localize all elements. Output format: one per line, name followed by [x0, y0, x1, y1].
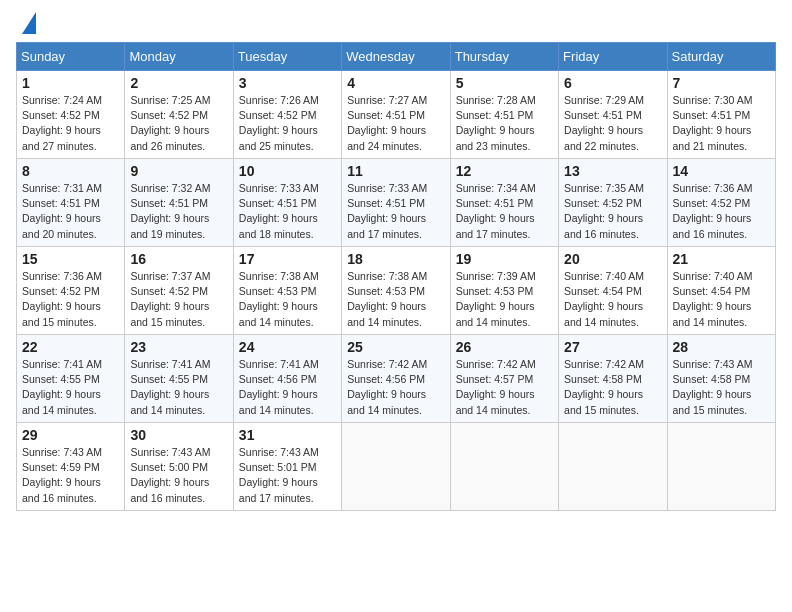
day-info: Sunrise: 7:40 AMSunset: 4:54 PMDaylight:…	[564, 269, 661, 330]
calendar-cell: 20Sunrise: 7:40 AMSunset: 4:54 PMDayligh…	[559, 247, 667, 335]
calendar-cell: 30Sunrise: 7:43 AMSunset: 5:00 PMDayligh…	[125, 423, 233, 511]
calendar-table: SundayMondayTuesdayWednesdayThursdayFrid…	[16, 42, 776, 511]
calendar-cell: 24Sunrise: 7:41 AMSunset: 4:56 PMDayligh…	[233, 335, 341, 423]
day-info: Sunrise: 7:43 AMSunset: 4:59 PMDaylight:…	[22, 445, 119, 506]
day-number: 27	[564, 339, 661, 355]
day-info: Sunrise: 7:27 AMSunset: 4:51 PMDaylight:…	[347, 93, 444, 154]
day-info: Sunrise: 7:43 AMSunset: 5:00 PMDaylight:…	[130, 445, 227, 506]
calendar-cell: 23Sunrise: 7:41 AMSunset: 4:55 PMDayligh…	[125, 335, 233, 423]
day-number: 31	[239, 427, 336, 443]
calendar-cell: 8Sunrise: 7:31 AMSunset: 4:51 PMDaylight…	[17, 159, 125, 247]
calendar-cell: 3Sunrise: 7:26 AMSunset: 4:52 PMDaylight…	[233, 71, 341, 159]
day-number: 13	[564, 163, 661, 179]
column-header-tuesday: Tuesday	[233, 43, 341, 71]
column-header-friday: Friday	[559, 43, 667, 71]
day-info: Sunrise: 7:41 AMSunset: 4:55 PMDaylight:…	[22, 357, 119, 418]
calendar-cell: 1Sunrise: 7:24 AMSunset: 4:52 PMDaylight…	[17, 71, 125, 159]
calendar-cell: 26Sunrise: 7:42 AMSunset: 4:57 PMDayligh…	[450, 335, 558, 423]
calendar-cell: 25Sunrise: 7:42 AMSunset: 4:56 PMDayligh…	[342, 335, 450, 423]
day-info: Sunrise: 7:31 AMSunset: 4:51 PMDaylight:…	[22, 181, 119, 242]
day-info: Sunrise: 7:24 AMSunset: 4:52 PMDaylight:…	[22, 93, 119, 154]
day-info: Sunrise: 7:40 AMSunset: 4:54 PMDaylight:…	[673, 269, 770, 330]
day-number: 12	[456, 163, 553, 179]
day-number: 29	[22, 427, 119, 443]
column-header-sunday: Sunday	[17, 43, 125, 71]
day-info: Sunrise: 7:41 AMSunset: 4:55 PMDaylight:…	[130, 357, 227, 418]
calendar-cell: 28Sunrise: 7:43 AMSunset: 4:58 PMDayligh…	[667, 335, 775, 423]
column-header-thursday: Thursday	[450, 43, 558, 71]
day-info: Sunrise: 7:38 AMSunset: 4:53 PMDaylight:…	[347, 269, 444, 330]
day-number: 21	[673, 251, 770, 267]
calendar-cell	[667, 423, 775, 511]
day-info: Sunrise: 7:35 AMSunset: 4:52 PMDaylight:…	[564, 181, 661, 242]
calendar-cell: 11Sunrise: 7:33 AMSunset: 4:51 PMDayligh…	[342, 159, 450, 247]
page-header	[16, 16, 776, 34]
day-number: 8	[22, 163, 119, 179]
calendar-cell: 15Sunrise: 7:36 AMSunset: 4:52 PMDayligh…	[17, 247, 125, 335]
calendar-cell: 12Sunrise: 7:34 AMSunset: 4:51 PMDayligh…	[450, 159, 558, 247]
day-number: 19	[456, 251, 553, 267]
calendar-header-row: SundayMondayTuesdayWednesdayThursdayFrid…	[17, 43, 776, 71]
column-header-wednesday: Wednesday	[342, 43, 450, 71]
day-info: Sunrise: 7:25 AMSunset: 4:52 PMDaylight:…	[130, 93, 227, 154]
day-info: Sunrise: 7:43 AMSunset: 4:58 PMDaylight:…	[673, 357, 770, 418]
calendar-cell: 10Sunrise: 7:33 AMSunset: 4:51 PMDayligh…	[233, 159, 341, 247]
day-info: Sunrise: 7:33 AMSunset: 4:51 PMDaylight:…	[239, 181, 336, 242]
day-number: 7	[673, 75, 770, 91]
day-info: Sunrise: 7:32 AMSunset: 4:51 PMDaylight:…	[130, 181, 227, 242]
day-info: Sunrise: 7:36 AMSunset: 4:52 PMDaylight:…	[673, 181, 770, 242]
calendar-week-row: 15Sunrise: 7:36 AMSunset: 4:52 PMDayligh…	[17, 247, 776, 335]
calendar-cell: 22Sunrise: 7:41 AMSunset: 4:55 PMDayligh…	[17, 335, 125, 423]
day-info: Sunrise: 7:34 AMSunset: 4:51 PMDaylight:…	[456, 181, 553, 242]
day-number: 1	[22, 75, 119, 91]
calendar-cell: 16Sunrise: 7:37 AMSunset: 4:52 PMDayligh…	[125, 247, 233, 335]
day-number: 9	[130, 163, 227, 179]
day-number: 22	[22, 339, 119, 355]
calendar-cell: 7Sunrise: 7:30 AMSunset: 4:51 PMDaylight…	[667, 71, 775, 159]
day-number: 10	[239, 163, 336, 179]
day-number: 11	[347, 163, 444, 179]
calendar-cell	[342, 423, 450, 511]
calendar-week-row: 8Sunrise: 7:31 AMSunset: 4:51 PMDaylight…	[17, 159, 776, 247]
calendar-cell: 17Sunrise: 7:38 AMSunset: 4:53 PMDayligh…	[233, 247, 341, 335]
day-number: 28	[673, 339, 770, 355]
day-number: 18	[347, 251, 444, 267]
day-number: 24	[239, 339, 336, 355]
calendar-cell: 21Sunrise: 7:40 AMSunset: 4:54 PMDayligh…	[667, 247, 775, 335]
calendar-cell: 29Sunrise: 7:43 AMSunset: 4:59 PMDayligh…	[17, 423, 125, 511]
day-number: 26	[456, 339, 553, 355]
day-number: 4	[347, 75, 444, 91]
day-info: Sunrise: 7:28 AMSunset: 4:51 PMDaylight:…	[456, 93, 553, 154]
day-number: 3	[239, 75, 336, 91]
day-info: Sunrise: 7:41 AMSunset: 4:56 PMDaylight:…	[239, 357, 336, 418]
day-number: 14	[673, 163, 770, 179]
calendar-cell: 13Sunrise: 7:35 AMSunset: 4:52 PMDayligh…	[559, 159, 667, 247]
day-info: Sunrise: 7:29 AMSunset: 4:51 PMDaylight:…	[564, 93, 661, 154]
calendar-cell	[559, 423, 667, 511]
day-number: 23	[130, 339, 227, 355]
calendar-cell: 9Sunrise: 7:32 AMSunset: 4:51 PMDaylight…	[125, 159, 233, 247]
day-number: 25	[347, 339, 444, 355]
day-info: Sunrise: 7:37 AMSunset: 4:52 PMDaylight:…	[130, 269, 227, 330]
day-info: Sunrise: 7:43 AMSunset: 5:01 PMDaylight:…	[239, 445, 336, 506]
calendar-cell	[450, 423, 558, 511]
day-number: 17	[239, 251, 336, 267]
calendar-cell: 27Sunrise: 7:42 AMSunset: 4:58 PMDayligh…	[559, 335, 667, 423]
logo-triangle-icon	[22, 12, 36, 34]
day-number: 30	[130, 427, 227, 443]
day-number: 2	[130, 75, 227, 91]
calendar-cell: 4Sunrise: 7:27 AMSunset: 4:51 PMDaylight…	[342, 71, 450, 159]
day-info: Sunrise: 7:42 AMSunset: 4:57 PMDaylight:…	[456, 357, 553, 418]
day-number: 6	[564, 75, 661, 91]
logo	[16, 16, 36, 34]
day-info: Sunrise: 7:36 AMSunset: 4:52 PMDaylight:…	[22, 269, 119, 330]
calendar-cell: 5Sunrise: 7:28 AMSunset: 4:51 PMDaylight…	[450, 71, 558, 159]
calendar-cell: 18Sunrise: 7:38 AMSunset: 4:53 PMDayligh…	[342, 247, 450, 335]
calendar-cell: 19Sunrise: 7:39 AMSunset: 4:53 PMDayligh…	[450, 247, 558, 335]
column-header-monday: Monday	[125, 43, 233, 71]
day-info: Sunrise: 7:38 AMSunset: 4:53 PMDaylight:…	[239, 269, 336, 330]
day-number: 16	[130, 251, 227, 267]
day-number: 20	[564, 251, 661, 267]
calendar-cell: 31Sunrise: 7:43 AMSunset: 5:01 PMDayligh…	[233, 423, 341, 511]
calendar-week-row: 29Sunrise: 7:43 AMSunset: 4:59 PMDayligh…	[17, 423, 776, 511]
